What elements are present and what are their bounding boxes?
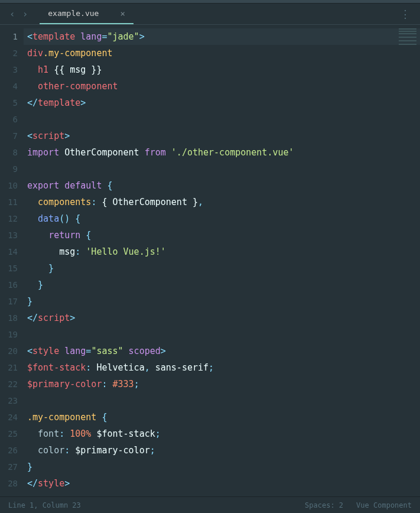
editor[interactable]: 12345 678910 1112131415 1617181920 21222… [0,25,420,496]
kebab-menu-icon[interactable]: ⋮ [396,8,414,20]
code-line: div.my-component [24,45,420,61]
code-line: <script> [24,128,420,144]
tab-bar: ‹ › example.vue × ⋮ [0,4,420,25]
nav-back-icon[interactable]: ‹ [6,6,19,22]
code-line: $font-stack: Helvetica, sans-serif; [24,359,420,376]
status-bar: Line 1, Column 23 Spaces: 2 Vue Componen… [0,496,420,513]
code-line: data() { [24,210,420,227]
code-line [24,161,420,177]
code-line [24,111,420,128]
code-line: return { [24,227,420,243]
code-line: </script> [24,310,420,326]
code-line: components: { OtherComponent }, [24,194,420,210]
code-line: $primary-color: #333; [24,376,420,392]
code-line: } [24,459,420,475]
code-line: } [24,277,420,293]
code-line: <template lang="jade"> [24,28,420,45]
code-line: } [24,260,420,277]
minimap[interactable] [399,28,416,64]
code-line: font: 100% $font-stack; [24,426,420,442]
line-gutter: 12345 678910 1112131415 1617181920 21222… [0,25,24,496]
code-line: } [24,293,420,310]
status-syntax[interactable]: Vue Component [356,501,412,509]
code-area[interactable]: <template lang="jade"> div.my-component … [24,25,420,496]
close-icon[interactable]: × [120,9,125,18]
tab-active[interactable]: example.vue × [40,4,134,24]
code-line: export default { [24,177,420,194]
status-cursor[interactable]: Line 1, Column 23 [8,501,81,509]
code-line: </template> [24,95,420,111]
nav-forward-icon[interactable]: › [19,6,32,22]
code-line: other-component [24,78,420,95]
code-line [24,326,420,343]
code-line: </style> [24,475,420,492]
status-spaces[interactable]: Spaces: 2 [305,501,343,509]
code-line: msg: 'Hello Vue.js!' [24,243,420,260]
code-line: color: $primary-color; [24,442,420,459]
code-line: h1 {{ msg }} [24,61,420,78]
code-line: <style lang="sass" scoped> [24,343,420,359]
code-line: import OtherComponent from './other-comp… [24,144,420,161]
tab-filename: example.vue [48,9,99,18]
code-line [24,392,420,409]
code-line: .my-component { [24,409,420,426]
